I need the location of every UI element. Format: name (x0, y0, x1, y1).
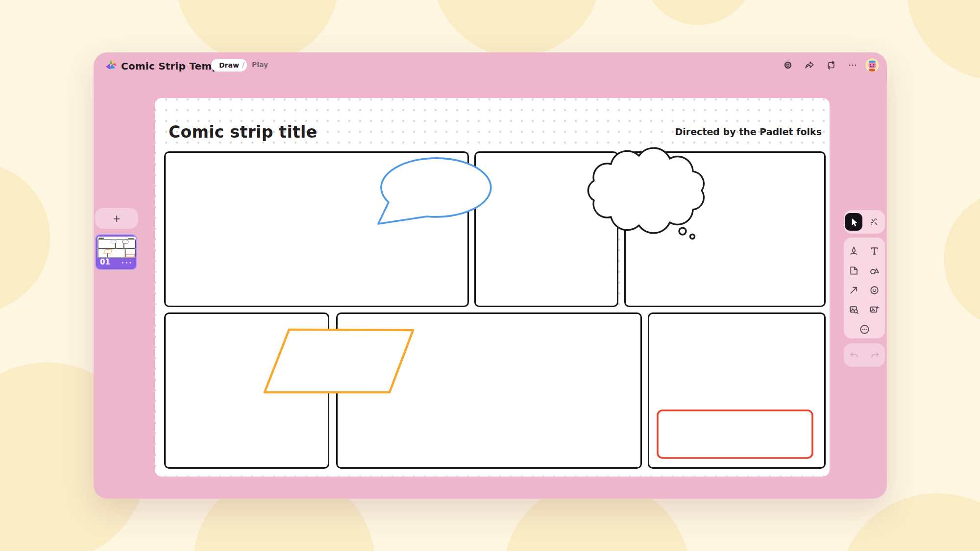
tab-separator: / (242, 61, 245, 69)
undo-button[interactable] (844, 345, 864, 365)
cursor-icon (848, 216, 859, 228)
undo-icon (849, 350, 860, 361)
slide-preview-image (98, 237, 136, 258)
pen-tool-button[interactable] (844, 241, 863, 261)
bg-blob (433, 0, 601, 56)
rectangle-shape[interactable] (658, 410, 812, 458)
bg-blob (906, 0, 980, 81)
add-slide-button[interactable]: + (95, 208, 138, 229)
ellipsis-circle-icon (859, 324, 870, 335)
image-search-icon (848, 304, 859, 315)
more-icon (847, 60, 858, 71)
text-tool-button[interactable] (864, 241, 884, 261)
remix-button[interactable] (822, 56, 840, 74)
more-tools-button[interactable] (855, 319, 874, 339)
bg-blob (642, 0, 755, 25)
shapes-tool-button[interactable] (864, 261, 884, 280)
plus-icon: + (113, 212, 121, 226)
bg-blob (837, 493, 980, 551)
header-actions (779, 56, 879, 74)
image-generate-tool-button[interactable] (864, 300, 884, 319)
avatar-monster-icon (865, 58, 879, 72)
remix-loop-icon (826, 60, 836, 71)
toolbar-history-section (844, 343, 885, 367)
app-window: Comic Strip Template Draw / Play (94, 52, 887, 499)
thought-cloud-shape[interactable] (588, 148, 704, 239)
share-button[interactable] (801, 56, 818, 74)
more-button[interactable] (844, 56, 861, 74)
note-tool-button[interactable] (844, 261, 863, 280)
sticker-smiley-icon (869, 285, 880, 296)
padlet-sandbox-logo (104, 59, 118, 72)
arrow-tool-button[interactable] (844, 280, 863, 300)
text-icon (869, 245, 880, 257)
bg-blob (0, 163, 50, 312)
settings-button[interactable] (779, 56, 797, 74)
image-sparkle-icon (869, 304, 880, 315)
parallelogram-shape[interactable] (265, 330, 413, 392)
user-avatar[interactable] (865, 58, 879, 72)
share-icon (804, 60, 815, 71)
toolbar-tools-section (844, 238, 885, 338)
tab-draw[interactable]: Draw (211, 59, 247, 72)
image-search-tool-button[interactable] (844, 300, 863, 319)
redo-button[interactable] (865, 345, 884, 365)
magic-draw-tool-button[interactable] (864, 212, 884, 232)
magic-sparkle-icon (869, 216, 880, 228)
redo-icon (869, 350, 881, 361)
bg-blob (944, 191, 980, 328)
gear-icon (783, 60, 793, 71)
arrow-icon (848, 285, 859, 296)
window-header: Comic Strip Template Draw / Play (94, 52, 887, 78)
drawing-canvas[interactable]: Comic strip title Directed by the Padlet… (155, 98, 830, 477)
shapes-icon (869, 265, 880, 276)
sticker-tool-button[interactable] (864, 280, 884, 300)
tab-play[interactable]: Play (252, 61, 268, 69)
slide-more-button[interactable]: ••• (121, 260, 133, 265)
canvas-shapes (155, 98, 830, 477)
note-page-icon (848, 265, 859, 276)
slide-thumbnail-01[interactable]: 01 ••• (95, 234, 137, 270)
toolbar-mode-section (844, 210, 885, 234)
select-tool-button[interactable] (845, 213, 862, 231)
slide-number: 01 (100, 258, 110, 266)
speech-bubble-shape[interactable] (378, 158, 491, 224)
pen-nib-icon (848, 245, 859, 257)
